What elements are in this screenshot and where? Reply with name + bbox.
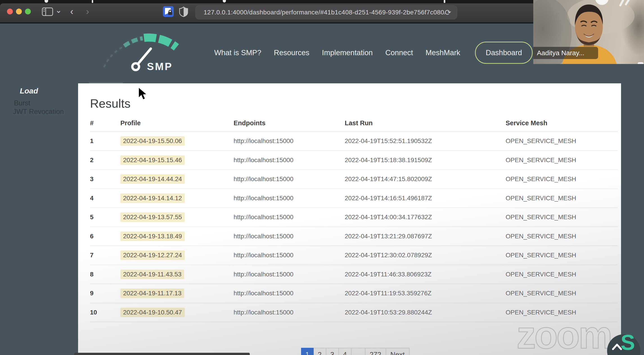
profile-highlight[interactable]: 2022-04-19-15.15.46 (120, 155, 185, 165)
zoom-window-button[interactable] (25, 9, 31, 15)
title-fragment (444, 0, 445, 3)
url-text: 127.0.0.1:4000/dashboard/performance/#41… (204, 9, 445, 16)
zoom-watermark: zoom (517, 316, 611, 354)
profile-highlight[interactable]: 2022-04-19-14.14.12 (120, 193, 185, 203)
next-page-button[interactable]: Next (386, 348, 410, 355)
mouse-cursor (138, 87, 148, 101)
table-row[interactable]: 3 2022-04-19-14.44.24 http://localhost:1… (90, 170, 618, 189)
title-fragment (223, 0, 226, 3)
column-header-profile: Profile (120, 119, 234, 127)
webcam-video: Aaditya Naray... (533, 0, 644, 64)
back-icon[interactable]: ‹ (70, 7, 73, 16)
results-title: Results (90, 96, 130, 110)
table-row[interactable]: 2 2022-04-19-15.15.46 http://localhost:1… (90, 151, 618, 170)
nav-item-implementation[interactable]: Implementation (322, 49, 373, 57)
title-fragment (44, 0, 48, 3)
svg-text:SMP: SMP (147, 61, 173, 72)
page-button-2[interactable]: 2 (313, 348, 326, 355)
column-header-last-run: Last Run (345, 119, 506, 127)
address-bar[interactable]: 127.0.0.1:4000/dashboard/performance/#41… (195, 6, 457, 19)
profile-highlight[interactable]: 2022-04-19-11.17.13 (120, 288, 184, 298)
profile-highlight[interactable]: 2022-04-19-15.50.06 (120, 136, 185, 146)
horizontal-scrollbar-thumb[interactable] (74, 353, 250, 355)
page-button-272[interactable]: 272 (365, 348, 386, 355)
table-row[interactable]: 4 2022-04-19-14.14.12 http://localhost:1… (90, 189, 618, 208)
table-row[interactable]: 1 2022-04-19-15.50.06 http://localhost:1… (90, 132, 618, 151)
table-row[interactable]: 5 2022-04-19-13.57.55 http://localhost:1… (90, 208, 618, 227)
sidebar-item-load[interactable]: Load (20, 87, 38, 95)
page-button-1[interactable]: 1 (301, 348, 314, 355)
page-button-3[interactable]: 3 (326, 348, 339, 355)
table-row[interactable]: 9 2022-04-19-11.17.13 http://localhost:1… (90, 284, 618, 303)
close-window-button[interactable] (7, 9, 13, 15)
forward-icon[interactable]: › (86, 7, 89, 16)
sidebar-item-burst[interactable]: Burst (14, 99, 30, 107)
sidebar-item-jwt-revocation[interactable]: JWT Revocation (13, 108, 64, 116)
profile-highlight[interactable]: 2022-04-19-13.57.55 (120, 212, 185, 222)
column-header-endpoints: Endpoints (234, 119, 345, 127)
site-nav: What is SMP? Resources Implementation Co… (214, 42, 532, 64)
participant-name-bar: Aaditya Naray... (533, 47, 598, 59)
minimize-window-button[interactable] (16, 9, 22, 15)
table-row[interactable]: 6 2022-04-19-13.18.49 http://localhost:1… (90, 227, 618, 246)
smp-logo[interactable]: SMP (101, 33, 191, 75)
profile-highlight[interactable]: 2022-04-19-12.27.24 (120, 250, 185, 260)
overlay-logo-s: S (620, 331, 635, 353)
chevron-down-icon[interactable]: ⌄ (55, 6, 62, 15)
sidebar-toggle-icon[interactable] (42, 8, 53, 16)
profile-highlight[interactable]: 2022-04-19-14.44.24 (120, 174, 185, 184)
table-header-row: # Profile Endpoints Last Run Service Mes… (90, 115, 618, 132)
webcam-corner-artifact (638, 62, 644, 64)
table-row[interactable]: 8 2022-04-19-11.43.53 http://localhost:1… (90, 265, 618, 284)
table-row[interactable]: 7 2022-04-19-12.27.24 http://localhost:1… (90, 246, 618, 265)
page-button-ellipsis[interactable]: … (351, 348, 366, 355)
nav-item-connect[interactable]: Connect (385, 49, 413, 57)
column-header-num: # (90, 119, 120, 127)
nav-item-what-is-smp[interactable]: What is SMP? (214, 49, 261, 57)
extension-lock-icon[interactable] (163, 6, 174, 17)
participant-name: Aaditya Naray... (537, 49, 584, 57)
profile-highlight[interactable]: 2022-04-19-10.50.47 (120, 308, 185, 317)
reload-icon[interactable]: ⟳ (445, 9, 452, 16)
profile-highlight[interactable]: 2022-04-19-11.43.53 (120, 270, 184, 279)
nav-item-dashboard-active[interactable]: Dashboard (475, 42, 532, 64)
privacy-shield-icon[interactable] (179, 6, 188, 17)
results-table: # Profile Endpoints Last Run Service Mes… (90, 115, 618, 322)
page-button-4[interactable]: 4 (338, 348, 352, 355)
profile-highlight[interactable]: 2022-04-19-13.18.49 (120, 232, 185, 241)
title-fragment (92, 0, 93, 3)
column-header-service-mesh: Service Mesh (506, 119, 618, 127)
nav-item-resources[interactable]: Resources (274, 49, 310, 57)
nav-item-meshmark[interactable]: MeshMark (426, 49, 460, 57)
